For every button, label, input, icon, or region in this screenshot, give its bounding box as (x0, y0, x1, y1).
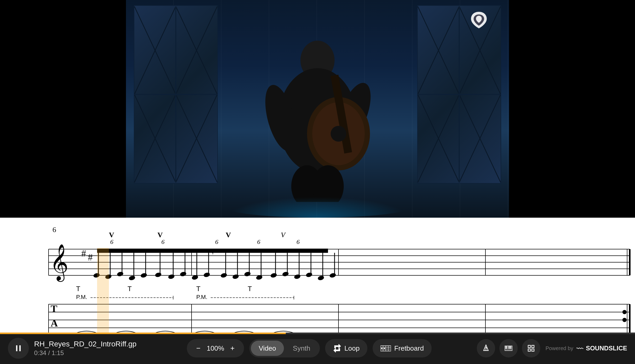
svg-text:V: V (157, 231, 163, 239)
svg-rect-166 (506, 346, 507, 349)
measure-number: 6 (52, 226, 56, 234)
svg-point-25 (331, 126, 346, 142)
svg-rect-173 (532, 349, 534, 351)
svg-rect-144 (97, 248, 109, 343)
svg-point-132 (622, 318, 627, 322)
file-time: 0:34 / 1:15 (34, 349, 136, 357)
svg-rect-28 (0, 218, 635, 343)
guitar-pick-logo (470, 10, 488, 29)
svg-text:6: 6 (257, 238, 260, 245)
svg-text:T: T (51, 303, 57, 314)
svg-text:6: 6 (215, 238, 218, 245)
loop-button[interactable]: Loop (325, 339, 368, 357)
fretboard-button[interactable]: Fretboard (373, 339, 432, 357)
svg-rect-171 (532, 345, 534, 348)
notation-svg: 6 𝄞 # # V (0, 218, 635, 343)
svg-text:6: 6 (161, 238, 165, 245)
svg-rect-145 (16, 345, 17, 351)
right-panel (417, 5, 501, 184)
zoom-minus-button[interactable]: − (193, 343, 204, 354)
powered-by-text: Powered by (546, 345, 573, 351)
zoom-value: 100% (206, 344, 225, 352)
progress-bar[interactable] (0, 333, 635, 334)
bottom-bar: RH_Reyes_RD_02_IntroRiff.gp 0:34 / 1:15 … (0, 333, 635, 364)
play-pause-button[interactable] (8, 338, 29, 359)
keyboard-button[interactable] (499, 339, 518, 357)
svg-point-153 (381, 348, 383, 349)
svg-rect-165 (505, 346, 506, 349)
center-controls: − 100% + Video Synth Loop (147, 339, 472, 357)
svg-text:P.M.: P.M. (76, 294, 87, 300)
left-panel (134, 5, 218, 184)
metronome-button[interactable] (477, 339, 495, 357)
soundslice-brand: Powered by SOUNDSLICE (546, 345, 627, 352)
layout-button[interactable] (522, 339, 540, 357)
svg-text:V: V (226, 231, 231, 239)
svg-text:6: 6 (110, 238, 113, 245)
svg-text:T: T (196, 285, 200, 293)
video-area (0, 0, 635, 218)
svg-text:T: T (248, 285, 252, 293)
svg-point-131 (622, 310, 627, 314)
svg-rect-172 (528, 349, 531, 351)
svg-text:P.M.: P.M. (196, 294, 207, 300)
floor-glow (226, 197, 409, 218)
svg-rect-146 (19, 345, 21, 351)
svg-rect-58 (289, 249, 328, 253)
svg-text:#: # (81, 248, 86, 259)
svg-text:T: T (76, 285, 80, 293)
svg-rect-167 (509, 346, 509, 349)
guitarist (239, 39, 396, 202)
synth-toggle-button[interactable]: Synth (285, 341, 318, 356)
zoom-control: − 100% + (187, 339, 244, 357)
right-controls (477, 339, 540, 357)
video-toggle-button[interactable]: Video (251, 341, 284, 356)
soundslice-logo: SOUNDSLICE (576, 345, 627, 352)
svg-text:𝄞: 𝄞 (50, 244, 68, 282)
progress-fill (0, 333, 286, 334)
loop-label: Loop (345, 344, 360, 352)
svg-text:T: T (128, 285, 132, 293)
svg-text:V: V (281, 231, 286, 239)
video-frame (126, 0, 509, 218)
svg-text:A: A (51, 318, 58, 329)
soundslice-text: SOUNDSLICE (586, 345, 627, 352)
svg-text:6: 6 (297, 238, 300, 245)
svg-point-154 (384, 348, 385, 349)
file-name: RH_Reyes_RD_02_IntroRiff.gp (34, 340, 136, 348)
svg-rect-170 (528, 345, 531, 348)
svg-rect-168 (510, 346, 510, 349)
fretboard-label: Fretboard (394, 344, 424, 352)
notation-area: 6 𝄞 # # V (0, 218, 635, 343)
zoom-plus-button[interactable]: + (227, 343, 238, 354)
file-info: RH_Reyes_RD_02_IntroRiff.gp 0:34 / 1:15 (34, 340, 136, 357)
svg-rect-169 (511, 346, 511, 349)
svg-text:#: # (88, 252, 93, 263)
video-synth-toggle: Video Synth (249, 339, 320, 357)
svg-text:V: V (109, 231, 114, 239)
